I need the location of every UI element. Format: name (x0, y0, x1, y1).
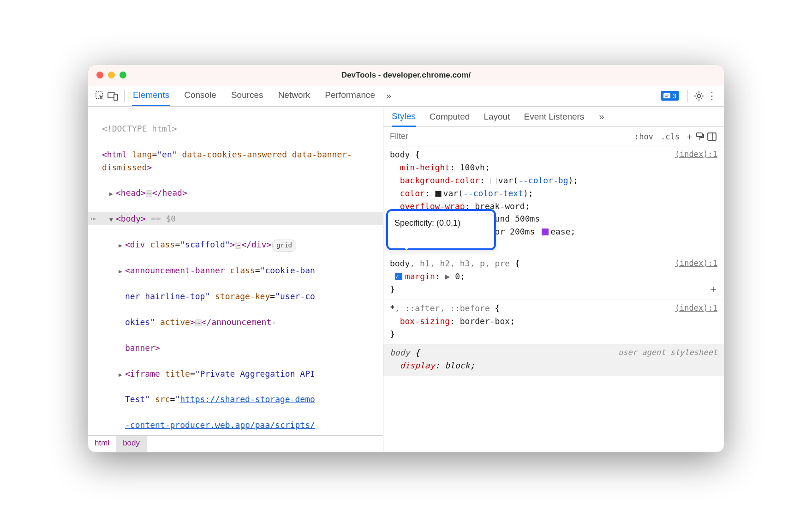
svg-rect-3 (663, 93, 670, 98)
rtab-styles[interactable]: Styles (392, 111, 416, 127)
rule-box-sizing[interactable]: (index):1 *, ::after, ::before { box-siz… (383, 300, 724, 345)
prop-checkbox[interactable] (395, 273, 402, 280)
rtab-layout[interactable]: Layout (484, 112, 510, 122)
cls-toggle[interactable]: .cls (657, 132, 683, 141)
rtab-listeners[interactable]: Event Listeners (524, 112, 584, 122)
paint-icon[interactable] (695, 132, 707, 141)
gear-icon[interactable] (693, 90, 705, 102)
add-property-icon[interactable]: ＋ (708, 281, 718, 297)
svg-rect-5 (665, 96, 668, 97)
tab-console[interactable]: Console (183, 85, 217, 106)
issues-badge[interactable]: 3 (661, 91, 679, 101)
svg-point-6 (698, 94, 701, 97)
svg-rect-15 (697, 133, 702, 137)
inspect-icon[interactable] (94, 90, 107, 102)
panel-toggle-icon[interactable] (707, 132, 719, 141)
rule-source[interactable]: (index):1 (675, 302, 717, 314)
layout-badge[interactable]: grid (272, 240, 296, 252)
window-title: DevTools - developer.chrome.com/ (88, 71, 724, 80)
main-toolbar: Elements Console Sources Network Perform… (88, 85, 724, 107)
styles-filter-input[interactable] (383, 132, 631, 141)
svg-line-11 (696, 93, 697, 94)
devtools-window: DevTools - developer.chrome.com/ Element… (88, 65, 724, 452)
dom-body-selected[interactable]: ▼<body> == $0 (88, 212, 383, 225)
styles-filter-row: :hov .cls ＋ (383, 127, 724, 146)
rule-source[interactable]: (index):1 (675, 257, 717, 269)
new-rule-icon[interactable]: ＋ (683, 131, 695, 143)
crumb-body[interactable]: body (116, 436, 147, 452)
panel-tabs: Elements Console Sources Network Perform… (132, 85, 376, 106)
specificity-tooltip: Specificity: (0,0,1) (386, 209, 496, 250)
breadcrumb: html body (88, 435, 383, 452)
hov-toggle[interactable]: :hov (631, 132, 657, 141)
titlebar: DevTools - developer.chrome.com/ (88, 65, 724, 85)
svg-rect-4 (665, 95, 669, 96)
doctype: <!DOCTYPE html> (102, 124, 177, 133)
rule-ua-body[interactable]: user agent stylesheet body { display: bl… (383, 344, 724, 376)
rule-source[interactable]: (index):1 (675, 148, 717, 160)
styles-tabs: Styles Computed Layout Event Listeners » (383, 107, 724, 127)
more-tabs-icon[interactable]: » (386, 90, 391, 101)
rules-list: (index):1 body { min-height: 100vh; back… (383, 146, 724, 452)
issues-count: 3 (673, 92, 676, 100)
rule-source-ua: user agent stylesheet (618, 346, 717, 358)
device-mode-icon[interactable] (107, 90, 119, 102)
svg-rect-2 (114, 94, 118, 100)
tab-performance[interactable]: Performance (324, 85, 376, 106)
dom-tree[interactable]: <!DOCTYPE html> <html lang="en" data-coo… (88, 107, 383, 435)
tab-elements[interactable]: Elements (132, 85, 170, 106)
kebab-icon[interactable]: ⋮ (705, 90, 718, 102)
svg-rect-16 (708, 133, 716, 140)
tab-sources[interactable]: Sources (230, 85, 264, 106)
svg-line-13 (696, 98, 697, 99)
svg-line-12 (701, 98, 702, 99)
easing-icon[interactable] (542, 228, 549, 235)
more-rtabs-icon[interactable]: » (599, 111, 604, 122)
tab-network[interactable]: Network (277, 85, 311, 106)
rtab-computed[interactable]: Computed (430, 112, 470, 122)
rule-margin-reset[interactable]: (index):1 body, h1, h2, h3, p, pre { mar… (383, 255, 724, 300)
svg-line-14 (701, 93, 702, 94)
crumb-html[interactable]: html (88, 436, 116, 452)
